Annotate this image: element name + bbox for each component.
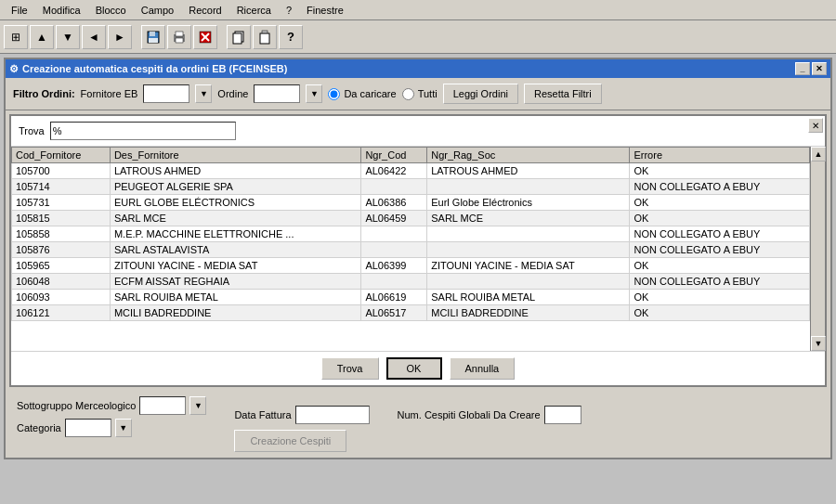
table-cell-cod: 106048 (12, 274, 111, 290)
menu-finestre[interactable]: Finestre (299, 3, 351, 18)
table-cell-cod: 105815 (12, 211, 111, 226)
window-icon: ⚙ (9, 63, 19, 75)
table-row[interactable]: 105815SARL MCEAL06459SARL MCEOK (12, 211, 810, 226)
sottogruppo-dropdown[interactable]: ▼ (189, 396, 206, 415)
filter-label: Filtro Ordini: (13, 88, 75, 99)
fornitore-dropdown-btn[interactable]: ▼ (195, 84, 212, 103)
table-cell-ngr_rag (427, 179, 630, 195)
table-cell-ngr_rag: LATROUS AHMED (427, 163, 630, 179)
table-cell-errore: OK (630, 195, 810, 211)
fornitore-input[interactable] (143, 84, 189, 103)
table-cell-ngr_cod: AL06517 (361, 305, 427, 321)
help-btn[interactable]: ? (279, 25, 303, 49)
menu-ricerca[interactable]: Ricerca (229, 3, 279, 18)
categoria-input[interactable] (65, 419, 111, 437)
print-btn[interactable] (167, 25, 191, 49)
col-errore: Errore (630, 148, 810, 163)
dialog-actions: Trova OK Annulla (11, 351, 825, 385)
right-bottom: Num. Cespiti Globali Da Creare (398, 396, 581, 424)
table-cell-cod: 106121 (12, 305, 111, 321)
bottom-section: Sottogruppo Merceologico ▼ Categoria ▼ D… (6, 391, 830, 458)
table-cell-ngr_cod: AL06399 (361, 258, 427, 274)
table-cell-ngr_rag (427, 226, 630, 242)
table-cell-cod: 105714 (12, 179, 111, 195)
table-row[interactable]: 105965ZITOUNI YACINE - MEDIA SATAL06399Z… (12, 258, 810, 274)
resetta-filtri-btn[interactable]: Resetta Filtri (524, 84, 602, 104)
table-scroll-wrapper: Cod_Fornitore Des_Fornitore Ngr_Cod Ngr_… (11, 147, 810, 351)
radio-da-caricare-input[interactable] (328, 88, 340, 100)
svg-rect-2 (149, 38, 158, 43)
menu-help[interactable]: ? (279, 3, 299, 18)
table-cell-des: SARL ASTALAVISTA (110, 242, 360, 258)
table-cell-ngr_cod (361, 226, 427, 242)
paste-btn[interactable] (253, 25, 277, 49)
up-btn[interactable]: ▲ (30, 25, 54, 49)
svg-rect-12 (260, 33, 269, 44)
scrollbar-vertical[interactable]: ▲ ▼ (810, 147, 825, 351)
trova-btn[interactable]: Trova (321, 357, 379, 380)
radio-da-caricare: Da caricare (328, 88, 396, 100)
ordine-label: Ordine (217, 88, 248, 99)
menu-blocco[interactable]: Blocco (88, 3, 134, 18)
table-cell-ngr_rag: SARL ROUIBA METAL (427, 290, 630, 305)
table-row[interactable]: 106121MCILI BADREDDINEAL06517MCILI BADRE… (12, 305, 810, 321)
table-row[interactable]: 105876SARL ASTALAVISTANON COLLEGATO A EB… (12, 242, 810, 258)
table-cell-errore: OK (630, 290, 810, 305)
ordine-dropdown-btn[interactable]: ▼ (306, 84, 322, 103)
table-cell-des: SARL ROUIBA METAL (110, 290, 360, 305)
table-cell-errore: NON COLLEGATO A EBUY (630, 274, 810, 290)
back-btn[interactable]: ◄ (82, 25, 106, 49)
find-input[interactable] (50, 122, 236, 140)
table-area: Cod_Fornitore Des_Fornitore Ngr_Cod Ngr_… (11, 147, 825, 351)
window-title-text: Creazione automatica cespiti da ordini E… (22, 63, 287, 74)
creazione-cespiti-btn[interactable]: Creazione Cespiti (234, 430, 346, 452)
table-cell-cod: 106093 (12, 290, 111, 305)
table-container[interactable]: Cod_Fornitore Des_Fornitore Ngr_Cod Ngr_… (11, 147, 810, 351)
table-cell-des: EURL GLOBE ELÉCTRONICS (110, 195, 360, 211)
radio-tutti: Tutti (402, 88, 438, 100)
ordine-input[interactable] (254, 84, 300, 103)
table-cell-errore: OK (630, 305, 810, 321)
table-row[interactable]: 105858M.E.P. MACCHINE ELETTRONICHE ...NO… (12, 226, 810, 242)
radio-tutti-input[interactable] (402, 88, 414, 100)
table-cell-errore: NON COLLEGATO A EBUY (630, 242, 810, 258)
table-row[interactable]: 105731EURL GLOBE ELÉCTRONICSAL06386Eurl … (12, 195, 810, 211)
sottogruppo-input[interactable] (139, 396, 186, 415)
table-row[interactable]: 105714PEUGEOT ALGERIE SPANON COLLEGATO A… (12, 179, 810, 195)
close-btn[interactable]: ✕ (812, 62, 827, 75)
categoria-dropdown[interactable]: ▼ (115, 419, 132, 437)
annulla-btn[interactable]: Annulla (450, 357, 516, 380)
titlebar-controls: _ ✕ (795, 62, 827, 75)
menu-record[interactable]: Record (181, 3, 229, 18)
sub-dialog-close-btn[interactable]: ✕ (808, 118, 823, 133)
table-cell-ngr_cod (361, 274, 427, 290)
menu-campo[interactable]: Campo (134, 3, 181, 18)
leggi-ordini-btn[interactable]: Leggi Ordini (443, 84, 518, 104)
ok-btn[interactable]: OK (386, 357, 442, 380)
delete-btn[interactable] (193, 25, 217, 49)
table-row[interactable]: 106048ECFM AISSAT REGHAIANON COLLEGATO A… (12, 274, 810, 290)
table-cell-cod: 105876 (12, 242, 111, 258)
copy-btn[interactable] (227, 25, 251, 49)
forward-btn[interactable]: ► (108, 25, 132, 49)
middle-bottom: Data Fattura Creazione Cespiti (234, 396, 369, 452)
table-row[interactable]: 106093SARL ROUIBA METALAL06619SARL ROUIB… (12, 290, 810, 305)
scroll-up-btn[interactable]: ▲ (811, 147, 826, 162)
window-titlebar: ⚙ Creazione automatica cespiti da ordini… (6, 59, 830, 78)
select-btn[interactable]: ⊞ (4, 25, 28, 49)
scroll-down-btn[interactable]: ▼ (811, 336, 826, 351)
save-btn[interactable] (141, 25, 165, 49)
down-btn[interactable]: ▼ (56, 25, 80, 49)
toolbar: ⊞ ▲ ▼ ◄ ► ? (0, 20, 836, 54)
minimize-btn[interactable]: _ (795, 62, 810, 75)
table-row[interactable]: 105700LATROUS AHMEDAL06422LATROUS AHMEDO… (12, 163, 810, 179)
scroll-track[interactable] (811, 162, 825, 336)
num-cespiti-input[interactable] (544, 406, 581, 424)
filter-bar: Filtro Ordini: Fornitore EB ▼ Ordine ▼ D… (6, 78, 830, 110)
svg-rect-4 (176, 32, 183, 36)
menu-file[interactable]: File (4, 3, 35, 18)
table-cell-ngr_cod: AL06459 (361, 211, 427, 226)
menu-modifica[interactable]: Modifica (35, 3, 88, 18)
data-fattura-input[interactable] (295, 406, 370, 424)
table-cell-ngr_rag: SARL MCE (427, 211, 630, 226)
